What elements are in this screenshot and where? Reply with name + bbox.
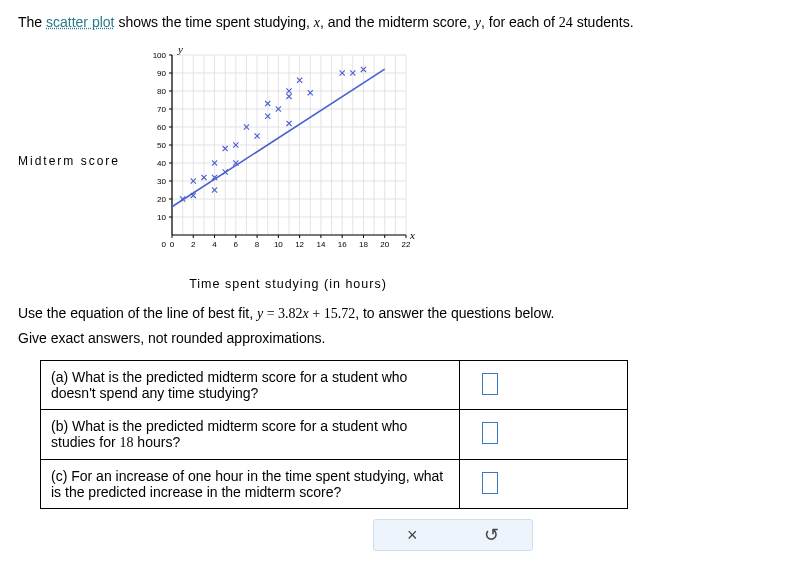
table-row: (a) What is the predicted midterm score … — [41, 361, 628, 410]
best-fit-equation: y = 3.82x + 15.72 — [257, 306, 355, 321]
svg-text:10: 10 — [157, 213, 166, 222]
answer-input-a[interactable] — [482, 373, 498, 395]
close-icon[interactable]: × — [407, 525, 418, 546]
questions-table: (a) What is the predicted midterm score … — [40, 360, 628, 509]
intro-text: The scatter plot shows the time spent st… — [18, 12, 782, 33]
table-row: (c) For an increase of one hour in the t… — [41, 460, 628, 509]
svg-text:14: 14 — [316, 240, 325, 249]
svg-text:4: 4 — [212, 240, 217, 249]
x-axis-label: Time spent studying (in hours) — [138, 277, 438, 291]
scatter-chart: 0246810121416182022102030405060708090100… — [130, 41, 430, 271]
answer-input-c[interactable] — [482, 472, 498, 494]
svg-text:12: 12 — [295, 240, 304, 249]
svg-text:10: 10 — [274, 240, 283, 249]
intro-p2: , and the midterm score, — [320, 14, 475, 30]
svg-text:20: 20 — [380, 240, 389, 249]
x-axis-var: x — [409, 229, 415, 241]
svg-text:22: 22 — [402, 240, 411, 249]
instruction-text: Give exact answers, not rounded approxim… — [18, 330, 782, 346]
svg-text:6: 6 — [234, 240, 239, 249]
svg-text:40: 40 — [157, 159, 166, 168]
svg-text:20: 20 — [157, 195, 166, 204]
question-b: (b) What is the predicted midterm score … — [41, 410, 460, 460]
scatter-plot-link[interactable]: scatter plot — [46, 14, 114, 30]
n-students: 24 — [559, 15, 573, 30]
table-row: (b) What is the predicted midterm score … — [41, 410, 628, 460]
q-b-pre: (b) What is the predicted midterm score … — [51, 418, 407, 450]
eq-post: , to answer the questions below. — [355, 305, 554, 321]
svg-text:80: 80 — [157, 87, 166, 96]
answer-cell-c — [460, 460, 628, 509]
intro-p3: , for each of — [481, 14, 559, 30]
equation-sentence: Use the equation of the line of best fit… — [18, 305, 782, 322]
action-bar: × ↺ — [373, 519, 533, 551]
svg-text:90: 90 — [157, 69, 166, 78]
reset-icon[interactable]: ↺ — [484, 524, 499, 546]
y-axis-var: y — [177, 43, 183, 55]
y-axis-label: Midterm score — [18, 144, 120, 168]
svg-text:18: 18 — [359, 240, 368, 249]
svg-text:60: 60 — [157, 123, 166, 132]
svg-text:0: 0 — [162, 240, 167, 249]
svg-text:70: 70 — [157, 105, 166, 114]
svg-text:30: 30 — [157, 177, 166, 186]
intro-p1: shows the time spent studying, — [115, 14, 314, 30]
svg-text:50: 50 — [157, 141, 166, 150]
question-c: (c) For an increase of one hour in the t… — [41, 460, 460, 509]
svg-text:100: 100 — [153, 51, 167, 60]
q-b-post: hours? — [133, 434, 180, 450]
svg-text:8: 8 — [255, 240, 260, 249]
svg-text:2: 2 — [191, 240, 196, 249]
svg-text:0: 0 — [170, 240, 175, 249]
question-a: (a) What is the predicted midterm score … — [41, 361, 460, 410]
eq-pre: Use the equation of the line of best fit… — [18, 305, 257, 321]
svg-text:16: 16 — [338, 240, 347, 249]
chart-area: Midterm score 02468101214161820221020304… — [18, 41, 782, 271]
q-b-hours: 18 — [119, 435, 133, 450]
intro-p4: students. — [573, 14, 634, 30]
answer-input-b[interactable] — [482, 422, 498, 444]
answer-cell-b — [460, 410, 628, 460]
answer-cell-a — [460, 361, 628, 410]
intro-pre: The — [18, 14, 46, 30]
